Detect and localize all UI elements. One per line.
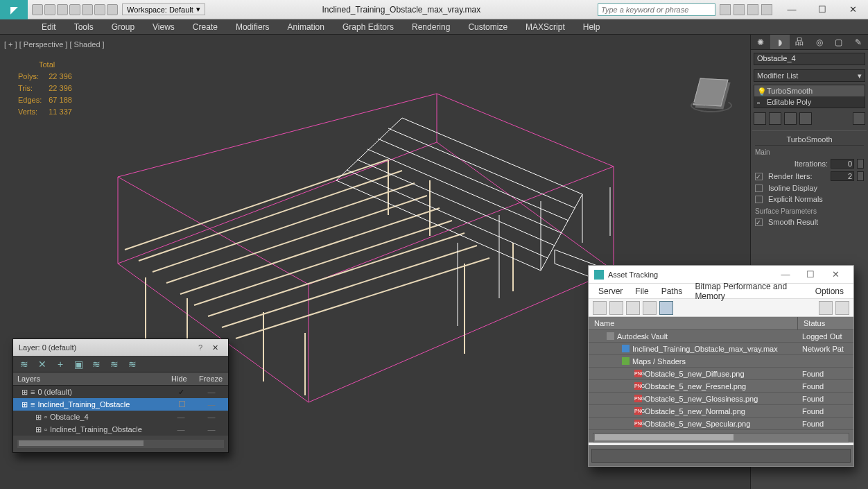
iterations-spinner-arrows[interactable] [857,159,864,169]
asset-scrollbar[interactable] [593,433,849,443]
redo-icon[interactable] [94,4,105,15]
menu-tools[interactable]: Tools [66,20,102,34]
layer-select-icon[interactable]: ▣ [73,359,84,370]
link-icon[interactable] [107,4,118,15]
layer-hide-icon[interactable]: ≋ [109,359,120,370]
asset-row[interactable]: PNGObstacle_5_new_Normal.pngFound [589,405,853,418]
object-name-field[interactable]: Obstacle_4 [754,53,865,65]
stack-item-turbosmooth[interactable]: 💡TurboSmooth [754,85,865,96]
asset-table-icon[interactable] [643,301,657,315]
binoculars-icon[interactable] [720,4,731,15]
asset-minimize-button[interactable]: — [773,269,798,280]
layer-row[interactable]: ⊞≡0 (default)✓— [13,386,228,398]
tab-utilities-icon[interactable]: ✎ [849,35,868,49]
smooth-result-checkbox[interactable] [755,218,763,226]
menu-rendering[interactable]: Rendering [403,20,458,34]
undo-icon[interactable] [69,4,80,15]
render-iters-spinner[interactable]: 2 [831,171,854,181]
asset-tracking-dialog[interactable]: Asset Tracking — ☐ ✕ Server File Paths B… [588,265,854,467]
menu-animation[interactable]: Animation [279,20,333,34]
isoline-checkbox[interactable] [755,185,763,192]
tab-hierarchy-icon[interactable]: 品 [790,35,809,49]
layer-row[interactable]: ⊞▫Inclined_Training_Obstacle—— [13,423,228,436]
menu-maxscript[interactable]: MAXScript [517,20,573,34]
help-icon[interactable] [761,4,772,15]
asset-row[interactable]: PNGObstacle_5_new_Glossiness.pngFound [589,393,853,405]
close-button[interactable]: ✕ [837,1,868,19]
asset-row[interactable]: Inclined_Training_Obstacle_max_vray.maxN… [589,343,853,355]
tab-create-icon[interactable]: ✺ [751,35,770,49]
save-icon[interactable] [57,4,68,15]
layer-highlight-icon[interactable]: ≋ [91,359,102,370]
asset-row[interactable]: PNGObstacle_5_new_Diffuse.pngFound [589,368,853,380]
layer-add-icon[interactable]: + [55,359,66,370]
minimize-button[interactable]: — [776,1,807,19]
asset-menu-options[interactable]: Options [810,285,849,298]
asset-maximize-button[interactable]: ☐ [798,269,823,280]
new-icon[interactable] [32,4,43,15]
help-search-input[interactable] [598,3,715,16]
asset-close-button[interactable]: ✕ [823,269,848,280]
menu-group[interactable]: Group [103,20,143,34]
menu-customize[interactable]: Customize [460,20,516,34]
asset-row[interactable]: PNGObstacle_5_new_Specular.pngFound [589,418,853,430]
modifier-stack[interactable]: 💡TurboSmooth ▫Editable Poly [754,85,865,108]
stack-item-editable-poly[interactable]: ▫Editable Poly [754,96,865,108]
tab-motion-icon[interactable]: ◎ [810,35,829,49]
asset-settings-icon[interactable] [819,301,833,315]
asset-refresh-icon[interactable] [593,301,607,315]
asset-row[interactable]: Autodesk VaultLogged Out [589,330,853,343]
layer-manager-dialog[interactable]: Layer: 0 (default) ? ✕ ≋ ✕ + ▣ ≋ ≋ ≋ Lay… [12,338,229,453]
viewport-label[interactable]: [ + ] [ Perspective ] [ Shaded ] [4,40,105,49]
make-unique-button[interactable] [784,112,797,125]
redo-dropdown-icon[interactable] [82,4,93,15]
tab-modify-icon[interactable]: ◗ [770,35,790,49]
render-iters-spinner-arrows[interactable] [857,171,864,181]
menu-create[interactable]: Create [184,20,226,34]
show-end-result-button[interactable] [769,112,781,125]
layer-dialog-close-button[interactable]: ✕ [208,343,223,352]
asset-path-field[interactable] [591,449,851,463]
menu-edit[interactable]: Edit [33,20,64,34]
asset-menu-file[interactable]: File [630,285,654,298]
explicit-normals-checkbox[interactable] [755,196,763,203]
app-logo[interactable]: ◤ [0,0,28,19]
menu-help[interactable]: Help [575,20,609,34]
asset-row[interactable]: Maps / Shaders [589,355,853,368]
asset-grid-icon[interactable] [659,301,673,315]
col-hide[interactable]: Hide [167,372,195,385]
asset-row[interactable]: PNGObstacle_5_new_Fresnel.pngFound [589,380,853,393]
rollout-title[interactable]: TurboSmooth [755,134,864,146]
iterations-spinner[interactable]: 0 [831,159,854,169]
workspace-dropdown[interactable]: Workspace: Default▾ [122,3,205,15]
layer-dialog-titlebar[interactable]: Layer: 0 (default) ? ✕ [13,339,228,356]
asset-menu-bitmap[interactable]: Bitmap Performance and Memory [689,280,808,302]
layer-new-icon[interactable]: ≋ [19,359,30,370]
open-icon[interactable] [44,4,55,15]
tab-display-icon[interactable]: ▢ [829,35,849,49]
asset-menu-server[interactable]: Server [593,285,628,298]
layer-dialog-help-button[interactable]: ? [193,343,208,352]
asset-list-icon[interactable] [626,301,640,315]
menu-modifiers[interactable]: Modifiers [227,20,278,34]
layer-delete-icon[interactable]: ✕ [37,359,48,370]
menu-graph-editors[interactable]: Graph Editors [334,20,402,34]
asset-col-name[interactable]: Name [589,317,798,329]
col-freeze[interactable]: Freeze [195,372,228,385]
wrench-icon[interactable] [734,4,745,15]
layer-row[interactable]: ⊞▫Obstacle_4—— [13,411,228,423]
pin-stack-button[interactable] [754,112,766,125]
viewcube[interactable] [686,68,735,117]
asset-col-status[interactable]: Status [798,317,853,329]
render-iters-checkbox[interactable] [755,173,763,180]
modifier-list-dropdown[interactable]: Modifier List ▾ [754,69,865,82]
maximize-button[interactable]: ☐ [807,1,837,19]
layer-row[interactable]: ⊞≡Inclined_Training_Obstacle— [13,398,228,411]
layer-freeze-icon[interactable]: ≋ [127,359,138,370]
asset-tree-icon[interactable] [609,301,623,315]
layer-scrollbar[interactable] [17,440,224,448]
remove-modifier-button[interactable] [799,112,812,125]
star-icon[interactable] [747,4,758,15]
configure-modifier-sets-button[interactable] [853,112,865,125]
col-layers[interactable]: Layers [13,372,167,385]
